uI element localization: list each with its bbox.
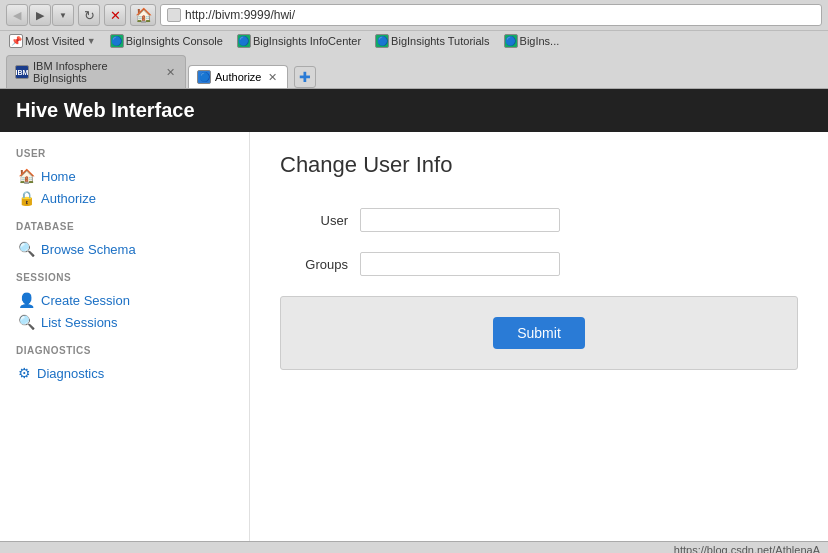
tab-label-authorize: Authorize — [215, 71, 261, 83]
bookmark-biginsights-console[interactable]: 🔵 BigInsights Console — [107, 33, 226, 49]
sidebar: USER 🏠 Home 🔒 Authorize DATABASE 🔍 Brows… — [0, 132, 250, 541]
sidebar-label-authorize: Authorize — [41, 191, 96, 206]
user-field-row: User — [280, 208, 798, 232]
app-header: Hive Web Interface — [0, 89, 828, 132]
tab-close-authorize[interactable]: ✕ — [265, 70, 279, 84]
sidebar-section-sessions: SESSIONS 👤 Create Session 🔍 List Session… — [16, 272, 233, 333]
sidebar-section-title-sessions: SESSIONS — [16, 272, 233, 283]
nav-buttons: ◀ ▶ ▼ — [6, 4, 74, 26]
sidebar-item-authorize[interactable]: 🔒 Authorize — [16, 187, 233, 209]
submit-button[interactable]: Submit — [493, 317, 585, 349]
bookmark-label-5: BigIns... — [520, 35, 560, 47]
tab-authorize[interactable]: 🔵 Authorize ✕ — [188, 65, 288, 88]
user-label: User — [280, 213, 360, 228]
bookmark-icon-4: 🔵 — [375, 34, 389, 48]
dropdown-arrow-icon: ▼ — [87, 36, 96, 46]
status-bar: https://blog.csdn.net/AthlenaA — [0, 541, 828, 553]
tabs-bar: IBM IBM Infosphere BigInsights ✕ 🔵 Autho… — [0, 51, 828, 88]
stop-button[interactable]: ✕ — [104, 4, 126, 26]
address-bar[interactable]: http://bivm:9999/hwi/ — [160, 4, 822, 26]
user-form: User Groups — [280, 208, 798, 276]
sidebar-label-home: Home — [41, 169, 76, 184]
bookmark-icon-5: 🔵 — [504, 34, 518, 48]
sidebar-item-browse-schema[interactable]: 🔍 Browse Schema — [16, 238, 233, 260]
back-button[interactable]: ◀ — [6, 4, 28, 26]
bookmarks-bar: 📌 Most Visited ▼ 🔵 BigInsights Console 🔵… — [0, 30, 828, 51]
home-button[interactable]: 🏠 — [130, 4, 156, 26]
page-title: Change User Info — [280, 152, 798, 178]
bookmark-icon-3: 🔵 — [237, 34, 251, 48]
bookmark-label-2: BigInsights Console — [126, 35, 223, 47]
sidebar-section-title-user: USER — [16, 148, 233, 159]
sidebar-section-diagnostics: DIAGNOSTICS ⚙ Diagnostics — [16, 345, 233, 384]
bookmark-biginsights-infocenter[interactable]: 🔵 BigInsights InfoCenter — [234, 33, 364, 49]
bookmark-label-4: BigInsights Tutorials — [391, 35, 489, 47]
status-text: https://blog.csdn.net/AthlenaA — [674, 544, 820, 553]
bookmark-biginsights-tutorials[interactable]: 🔵 BigInsights Tutorials — [372, 33, 492, 49]
sidebar-section-user: USER 🏠 Home 🔒 Authorize — [16, 148, 233, 209]
submit-area: Submit — [280, 296, 798, 370]
address-text: http://bivm:9999/hwi/ — [185, 8, 295, 22]
browser-chrome: ◀ ▶ ▼ ↻ ✕ 🏠 http://bivm:9999/hwi/ 📌 Most… — [0, 0, 828, 89]
groups-input[interactable] — [360, 252, 560, 276]
sidebar-label-diagnostics: Diagnostics — [37, 366, 104, 381]
bookmark-label: Most Visited — [25, 35, 85, 47]
bookmark-icon-2: 🔵 — [110, 34, 124, 48]
toolbar: ◀ ▶ ▼ ↻ ✕ 🏠 http://bivm:9999/hwi/ — [0, 0, 828, 30]
groups-field-row: Groups — [280, 252, 798, 276]
bookmark-icon: 📌 — [9, 34, 23, 48]
sidebar-item-list-sessions[interactable]: 🔍 List Sessions — [16, 311, 233, 333]
sidebar-label-list-sessions: List Sessions — [41, 315, 118, 330]
address-icon — [167, 8, 181, 22]
sidebar-section-database: DATABASE 🔍 Browse Schema — [16, 221, 233, 260]
gear-icon: ⚙ — [18, 365, 31, 381]
sidebar-item-home[interactable]: 🏠 Home — [16, 165, 233, 187]
refresh-button[interactable]: ↻ — [78, 4, 100, 26]
lock-icon: 🔒 — [18, 190, 35, 206]
bookmark-biginsights-other[interactable]: 🔵 BigIns... — [501, 33, 563, 49]
tab-icon-auth: 🔵 — [197, 70, 211, 84]
sidebar-label-browse-schema: Browse Schema — [41, 242, 136, 257]
dropdown-button[interactable]: ▼ — [52, 4, 74, 26]
sidebar-item-diagnostics[interactable]: ⚙ Diagnostics — [16, 362, 233, 384]
main-content: Change User Info User Groups Submit — [250, 132, 828, 541]
tab-ibm-biginsights[interactable]: IBM IBM Infosphere BigInsights ✕ — [6, 55, 186, 88]
new-tab-button[interactable]: ✚ — [294, 66, 316, 88]
forward-button[interactable]: ▶ — [29, 4, 51, 26]
search-icon: 🔍 — [18, 241, 35, 257]
tab-label-ibm: IBM Infosphere BigInsights — [33, 60, 160, 84]
tab-close-ibm[interactable]: ✕ — [164, 65, 177, 79]
search-sessions-icon: 🔍 — [18, 314, 35, 330]
person-icon: 👤 — [18, 292, 35, 308]
app-title: Hive Web Interface — [16, 99, 195, 121]
sidebar-item-create-session[interactable]: 👤 Create Session — [16, 289, 233, 311]
sidebar-section-title-database: DATABASE — [16, 221, 233, 232]
groups-label: Groups — [280, 257, 360, 272]
home-icon: 🏠 — [18, 168, 35, 184]
sidebar-section-title-diagnostics: DIAGNOSTICS — [16, 345, 233, 356]
bookmark-most-visited[interactable]: 📌 Most Visited ▼ — [6, 33, 99, 49]
tab-icon-ibm: IBM — [15, 65, 29, 79]
bookmark-label-3: BigInsights InfoCenter — [253, 35, 361, 47]
sidebar-label-create-session: Create Session — [41, 293, 130, 308]
content-area: USER 🏠 Home 🔒 Authorize DATABASE 🔍 Brows… — [0, 132, 828, 541]
user-input[interactable] — [360, 208, 560, 232]
